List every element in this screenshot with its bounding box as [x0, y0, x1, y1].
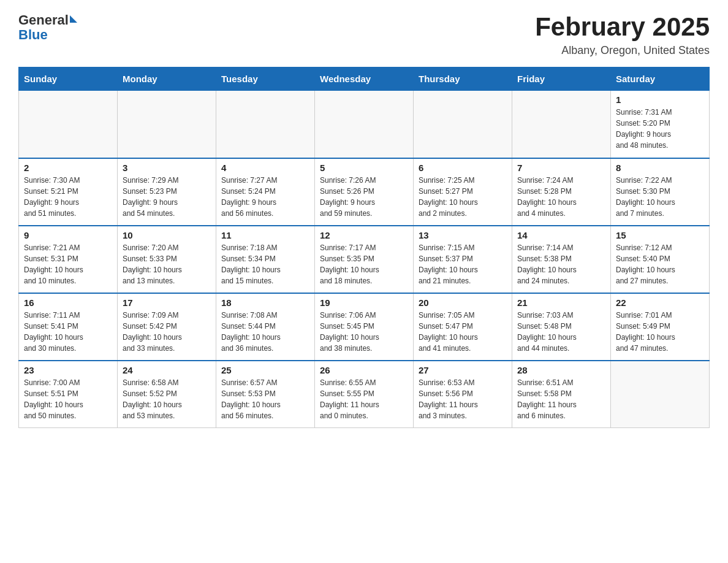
day-info: Sunrise: 7:31 AMSunset: 5:20 PMDaylight:…: [616, 107, 704, 151]
calendar-cell: 13Sunrise: 7:15 AMSunset: 5:37 PMDayligh…: [414, 226, 512, 293]
day-number: 9: [24, 230, 112, 240]
calendar-week-row: 23Sunrise: 7:00 AMSunset: 5:51 PMDayligh…: [19, 361, 710, 428]
calendar-cell: 15Sunrise: 7:12 AMSunset: 5:40 PMDayligh…: [611, 226, 710, 293]
day-info: Sunrise: 7:00 AMSunset: 5:51 PMDaylight:…: [24, 377, 112, 421]
calendar-cell: 3Sunrise: 7:29 AMSunset: 5:23 PMDaylight…: [118, 158, 216, 226]
day-info: Sunrise: 7:29 AMSunset: 5:23 PMDaylight:…: [123, 175, 211, 219]
day-info: Sunrise: 7:30 AMSunset: 5:21 PMDaylight:…: [24, 175, 112, 219]
calendar-cell: 19Sunrise: 7:06 AMSunset: 5:45 PMDayligh…: [315, 293, 414, 361]
day-number: 19: [320, 297, 408, 308]
calendar-cell: 14Sunrise: 7:14 AMSunset: 5:38 PMDayligh…: [512, 226, 611, 293]
day-number: 13: [419, 230, 507, 240]
day-info: Sunrise: 7:21 AMSunset: 5:31 PMDaylight:…: [24, 242, 112, 286]
calendar-cell: [414, 91, 512, 158]
calendar-week-row: 9Sunrise: 7:21 AMSunset: 5:31 PMDaylight…: [19, 226, 710, 293]
day-number: 23: [24, 365, 112, 375]
calendar-cell: 7Sunrise: 7:24 AMSunset: 5:28 PMDaylight…: [512, 158, 611, 226]
calendar-cell: 9Sunrise: 7:21 AMSunset: 5:31 PMDaylight…: [19, 226, 118, 293]
calendar-cell: 8Sunrise: 7:22 AMSunset: 5:30 PMDaylight…: [611, 158, 710, 226]
header-cell-thursday: Thursday: [414, 67, 512, 91]
header-row: SundayMondayTuesdayWednesdayThursdayFrid…: [19, 67, 710, 91]
calendar-cell: 16Sunrise: 7:11 AMSunset: 5:41 PMDayligh…: [19, 293, 118, 361]
day-number: 20: [419, 297, 507, 308]
calendar-header: SundayMondayTuesdayWednesdayThursdayFrid…: [19, 67, 710, 91]
calendar-cell: [118, 91, 216, 158]
day-number: 11: [221, 230, 309, 240]
day-number: 16: [24, 297, 112, 308]
calendar-week-row: 1Sunrise: 7:31 AMSunset: 5:20 PMDaylight…: [19, 91, 710, 158]
day-info: Sunrise: 7:11 AMSunset: 5:41 PMDaylight:…: [24, 310, 112, 354]
day-number: 24: [123, 365, 211, 375]
day-info: Sunrise: 6:53 AMSunset: 5:56 PMDaylight:…: [419, 377, 507, 421]
day-number: 27: [419, 365, 507, 375]
calendar-cell: [611, 361, 710, 428]
header-cell-sunday: Sunday: [19, 67, 118, 91]
day-info: Sunrise: 7:27 AMSunset: 5:24 PMDaylight:…: [221, 175, 309, 219]
day-number: 4: [221, 163, 309, 173]
day-info: Sunrise: 7:12 AMSunset: 5:40 PMDaylight:…: [616, 242, 704, 286]
day-info: Sunrise: 6:57 AMSunset: 5:53 PMDaylight:…: [221, 377, 309, 421]
calendar-cell: 27Sunrise: 6:53 AMSunset: 5:56 PMDayligh…: [414, 361, 512, 428]
day-info: Sunrise: 7:09 AMSunset: 5:42 PMDaylight:…: [123, 310, 211, 354]
day-info: Sunrise: 7:05 AMSunset: 5:47 PMDaylight:…: [419, 310, 507, 354]
day-number: 1: [616, 94, 704, 105]
day-info: Sunrise: 6:58 AMSunset: 5:52 PMDaylight:…: [123, 377, 211, 421]
day-info: Sunrise: 7:17 AMSunset: 5:35 PMDaylight:…: [320, 242, 408, 286]
calendar-cell: 20Sunrise: 7:05 AMSunset: 5:47 PMDayligh…: [414, 293, 512, 361]
day-number: 22: [616, 297, 704, 308]
calendar-cell: 18Sunrise: 7:08 AMSunset: 5:44 PMDayligh…: [216, 293, 315, 361]
calendar-cell: 5Sunrise: 7:26 AMSunset: 5:26 PMDaylight…: [315, 158, 414, 226]
logo: General Blue: [18, 12, 77, 43]
calendar-cell: 22Sunrise: 7:01 AMSunset: 5:49 PMDayligh…: [611, 293, 710, 361]
calendar-cell: 24Sunrise: 6:58 AMSunset: 5:52 PMDayligh…: [118, 361, 216, 428]
calendar-table: SundayMondayTuesdayWednesdayThursdayFrid…: [18, 67, 710, 428]
day-info: Sunrise: 7:01 AMSunset: 5:49 PMDaylight:…: [616, 310, 704, 354]
day-info: Sunrise: 7:26 AMSunset: 5:26 PMDaylight:…: [320, 175, 408, 219]
calendar-week-row: 16Sunrise: 7:11 AMSunset: 5:41 PMDayligh…: [19, 293, 710, 361]
day-info: Sunrise: 7:15 AMSunset: 5:37 PMDaylight:…: [419, 242, 507, 286]
header-cell-saturday: Saturday: [611, 67, 710, 91]
day-number: 3: [123, 163, 211, 173]
day-info: Sunrise: 7:25 AMSunset: 5:27 PMDaylight:…: [419, 175, 507, 219]
calendar-cell: 12Sunrise: 7:17 AMSunset: 5:35 PMDayligh…: [315, 226, 414, 293]
calendar-week-row: 2Sunrise: 7:30 AMSunset: 5:21 PMDaylight…: [19, 158, 710, 226]
day-number: 17: [123, 297, 211, 308]
day-number: 15: [616, 230, 704, 240]
day-info: Sunrise: 6:55 AMSunset: 5:55 PMDaylight:…: [320, 377, 408, 421]
header-cell-friday: Friday: [512, 67, 611, 91]
page-header: General Blue February 2025 Albany, Orego…: [18, 12, 710, 57]
logo-blue-text: Blue: [18, 27, 48, 43]
day-number: 21: [517, 297, 605, 308]
day-info: Sunrise: 7:08 AMSunset: 5:44 PMDaylight:…: [221, 310, 309, 354]
calendar-cell: [512, 91, 611, 158]
calendar-cell: 21Sunrise: 7:03 AMSunset: 5:48 PMDayligh…: [512, 293, 611, 361]
calendar-cell: [216, 91, 315, 158]
calendar-body: 1Sunrise: 7:31 AMSunset: 5:20 PMDaylight…: [19, 91, 710, 428]
day-info: Sunrise: 6:51 AMSunset: 5:58 PMDaylight:…: [517, 377, 605, 421]
day-info: Sunrise: 7:24 AMSunset: 5:28 PMDaylight:…: [517, 175, 605, 219]
day-info: Sunrise: 7:03 AMSunset: 5:48 PMDaylight:…: [517, 310, 605, 354]
day-number: 5: [320, 163, 408, 173]
header-cell-tuesday: Tuesday: [216, 67, 315, 91]
calendar-cell: 26Sunrise: 6:55 AMSunset: 5:55 PMDayligh…: [315, 361, 414, 428]
calendar-cell: 2Sunrise: 7:30 AMSunset: 5:21 PMDaylight…: [19, 158, 118, 226]
calendar-cell: 11Sunrise: 7:18 AMSunset: 5:34 PMDayligh…: [216, 226, 315, 293]
day-number: 2: [24, 163, 112, 173]
day-number: 7: [517, 163, 605, 173]
calendar-cell: 25Sunrise: 6:57 AMSunset: 5:53 PMDayligh…: [216, 361, 315, 428]
calendar-cell: 1Sunrise: 7:31 AMSunset: 5:20 PMDaylight…: [611, 91, 710, 158]
logo-general-text: General: [18, 12, 69, 28]
calendar-cell: 17Sunrise: 7:09 AMSunset: 5:42 PMDayligh…: [118, 293, 216, 361]
day-info: Sunrise: 7:14 AMSunset: 5:38 PMDaylight:…: [517, 242, 605, 286]
calendar-cell: 10Sunrise: 7:20 AMSunset: 5:33 PMDayligh…: [118, 226, 216, 293]
calendar-title: February 2025: [535, 12, 710, 42]
calendar-cell: [19, 91, 118, 158]
calendar-cell: 4Sunrise: 7:27 AMSunset: 5:24 PMDaylight…: [216, 158, 315, 226]
day-info: Sunrise: 7:20 AMSunset: 5:33 PMDaylight:…: [123, 242, 211, 286]
header-cell-wednesday: Wednesday: [315, 67, 414, 91]
day-info: Sunrise: 7:18 AMSunset: 5:34 PMDaylight:…: [221, 242, 309, 286]
logo-arrow-icon: [70, 15, 77, 23]
day-number: 14: [517, 230, 605, 240]
logo-general: General: [18, 12, 77, 28]
day-number: 25: [221, 365, 309, 375]
